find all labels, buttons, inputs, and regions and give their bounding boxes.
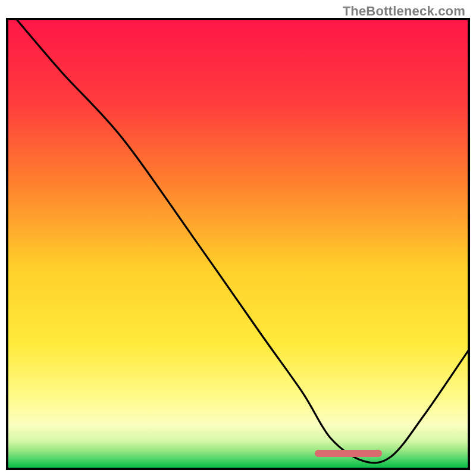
bottleneck-curve — [6, 18, 470, 470]
watermark-text: TheBottleneck.com — [343, 4, 465, 19]
chart-frame — [6, 18, 470, 470]
optimal-range-marker — [315, 450, 382, 457]
